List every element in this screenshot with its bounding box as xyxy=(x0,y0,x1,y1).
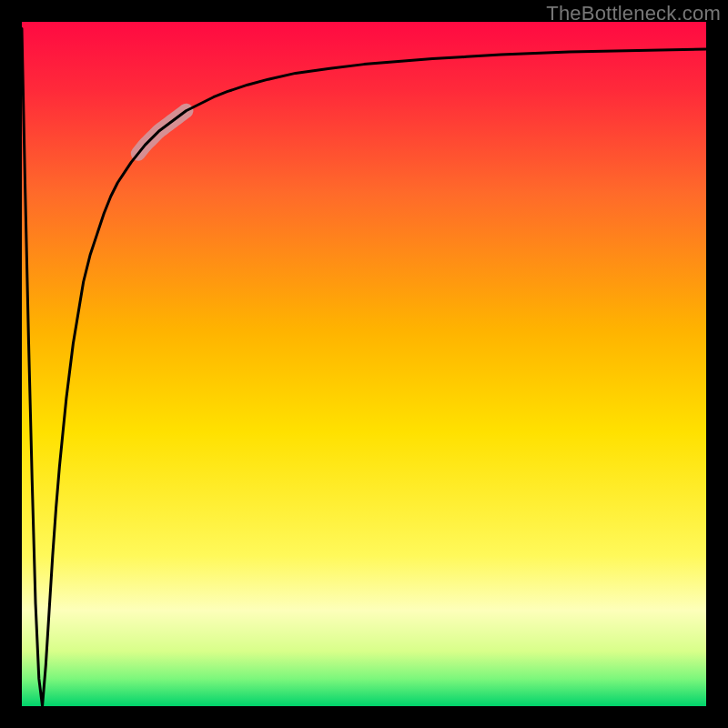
watermark-label: TheBottleneck.com xyxy=(546,2,721,25)
bottleneck-chart xyxy=(0,0,728,728)
chart-background xyxy=(22,22,706,706)
